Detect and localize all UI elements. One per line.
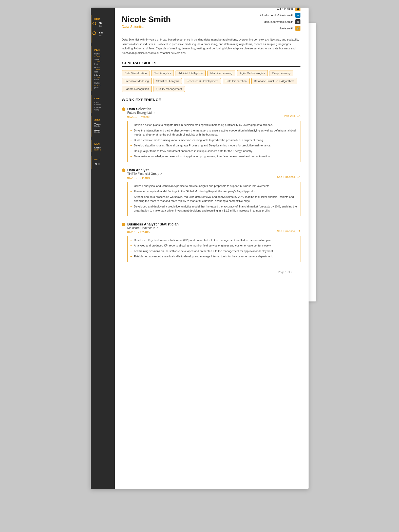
job-location-3: San Francisco, CA [277, 230, 300, 233]
skills-title: GENERAL SKILLS [122, 61, 300, 67]
job-bullets-2: Utilized analytical and technical expert… [127, 182, 300, 216]
job-company-2: THETA Financial Group ↗ [127, 172, 300, 176]
website-icon: 🔗 [295, 26, 300, 31]
skills-section: GENERAL SKILLS Data Visualization Text A… [122, 61, 300, 92]
phone-text: 123 444 5555 [276, 8, 293, 10]
per-item-1: Statist– Predi [94, 53, 112, 57]
org-role-2: Membe [94, 131, 112, 133]
skill-text-analytics: Text Analytics [151, 70, 174, 76]
sidebar-cert-section: CER Certifi Succes EssentiComp [91, 95, 115, 113]
job-item-3: Business Analyst / Statistician Maxicare… [122, 222, 300, 262]
sidebar-edu-title: EDU [94, 18, 112, 20]
per-item-3: Merch– Builtreco [94, 66, 112, 73]
job-bullets-1: Develop action plans to mitigate risks i… [127, 121, 300, 162]
sidebar-edu-item-2: Bac SAI [94, 31, 112, 37]
sidebar-lang-section: LAN Englist Native o [91, 140, 115, 152]
sidebar-cert-title: CER [94, 97, 112, 100]
skill-artificial-intelligence: Artificial Intelligence [176, 70, 206, 76]
github-icon: ⊙ [295, 19, 300, 24]
job-meta-3: 04/2013 - 12/2015 San Francisco, CA [127, 231, 300, 234]
github-text: github.com/nicole.smith [264, 20, 294, 23]
skill-pattern-recognition: Pattern Recognition [122, 86, 152, 92]
job-bullet-1-3: Build predictive models using various ma… [130, 138, 297, 142]
per-item-4: Inform– Utilizbasic [94, 74, 112, 81]
linkedin-icon: in [295, 13, 300, 18]
sidebar-edu-section: EDU Ma SAI Bac SAI [91, 15, 115, 43]
website-text: nicole.smith [279, 27, 293, 30]
sidebar-per-section: PER Statist– Predi Variat– Devefrom Merc… [91, 46, 115, 91]
skill-machine-learning: Machine Learning [207, 70, 235, 76]
job-location-1: Palo Alto, CA [284, 114, 300, 117]
edu-degree-1: Ma [99, 22, 112, 24]
work-title: WORK EXPERIENCE [122, 98, 300, 103]
cert-item-1: Certifi [94, 101, 112, 104]
cert-item-2: Succes [94, 104, 112, 106]
job-meta-1: 05/2019 - Present Palo Alto, CA [127, 115, 300, 119]
company-link-icon-3: ↗ [156, 226, 158, 229]
org-name-1: Young [94, 123, 112, 125]
job-bullet-2-4: Developed and deployed a predictive anal… [130, 204, 297, 213]
job-bullet-3-3: Led training sessions on the software de… [130, 249, 297, 253]
skills-tags: Data Visualization Text Analytics Artifi… [122, 70, 300, 92]
org-name-2: Assoc [94, 129, 112, 131]
job-location-2: San Francisco, CA [277, 175, 300, 178]
skill-quality-management: Quality Management [154, 86, 185, 92]
org-role-1: Membe [94, 125, 112, 127]
company-name-1: Future Energy Ltd. [127, 111, 153, 115]
main-content: nicole@novoresume.com ✉ 123 444 5555 📱 l… [115, 8, 309, 489]
job-title-3: Business Analyst / Statistician [127, 222, 300, 226]
skill-data-preparation: Data Preparation [223, 78, 249, 84]
job-item-1: Data Scientist Future Energy Ltd. ↗ 05/2… [122, 107, 300, 162]
job-circle-2 [122, 168, 125, 172]
job-item-2: Data Analyst THETA Financial Group ↗ 01/… [122, 168, 300, 216]
job-title-1: Data Scientist [127, 107, 300, 111]
sidebar-edu-item-1: Ma SAI [94, 22, 112, 27]
job-circle-3 [122, 223, 125, 226]
skill-statistical-analysis: Statistical Analysis [154, 78, 182, 84]
job-meta-2: 01/2016 - 04/2019 San Francisco, CA [127, 176, 300, 180]
sidebar-int-section: INTI ⚙ M [91, 156, 115, 169]
summary-text: Data Scientist with 4+ years of broad-ba… [122, 37, 300, 55]
edu-school-1: SAI [99, 25, 112, 27]
job-company-1: Future Energy Ltd. ↗ [127, 111, 300, 115]
job-bullet-3-2: Analyzed and produced KPI reports allowi… [130, 243, 297, 248]
sidebar: EDU Ma SAI Bac SAI PER [91, 8, 115, 489]
contact-website: nicole.smith 🔗 [260, 26, 300, 31]
int-item-1: ⚙ M [94, 162, 112, 166]
org-item-2: Assoc Membe [94, 129, 112, 133]
linkedin-text: linkedin.com/in/nicole.smith [260, 14, 294, 17]
lang-level-1: Native o [94, 149, 112, 151]
work-section: WORK EXPERIENCE Data Scientist Future En… [122, 98, 300, 262]
job-title-2: Data Analyst [127, 168, 300, 172]
cert-item-3: EssentiComp [94, 106, 112, 111]
phone-icon: 📱 [295, 8, 300, 11]
sidebar-org-section: ORG Young Membe Assoc Membe [91, 116, 115, 137]
pages-wrapper: Page 2 of 2 EDU Ma SAI Bac SAI [91, 8, 309, 489]
int-label-1: M [99, 163, 100, 165]
edu-school-2: SAI [99, 34, 112, 37]
per-item-2: Variat– Devefrom [94, 58, 112, 65]
company-link-icon-1: ↗ [154, 111, 156, 114]
edu-circle-1 [92, 22, 96, 25]
org-item-1: Young Membe [94, 123, 112, 127]
edu-degree-2: Bac [99, 31, 112, 34]
job-bullet-1-6: Demonstrate knowledge and execution of a… [130, 154, 297, 159]
job-bullets-3: Developed Key Performance Indicators (KP… [127, 236, 300, 262]
skill-deep-learning: Deep Learning [270, 70, 293, 76]
skill-agile-methodologies: Agile Methodologies [237, 70, 268, 76]
header-area: nicole@novoresume.com ✉ 123 444 5555 📱 l… [122, 15, 300, 35]
page-number: Page 1 of 2 [122, 268, 300, 278]
contact-github: github.com/nicole.smith ⊙ [260, 19, 300, 24]
job-company-3: Maxicare Healthcare ↗ [127, 226, 300, 230]
job-bullet-2-3: Streamlined data processing workflows, r… [130, 195, 297, 203]
skill-data-visualization: Data Visualization [122, 70, 150, 76]
edu-circle-2 [92, 31, 96, 35]
sidebar-org-title: ORG [94, 119, 112, 121]
contact-linkedin: linkedin.com/in/nicole.smith in [260, 13, 300, 18]
company-name-2: THETA Financial Group [127, 172, 159, 176]
lang-name-1: Englist [94, 147, 112, 149]
company-link-icon-2: ↗ [160, 172, 162, 175]
per-item-5: Statist– Prediprovi [94, 82, 112, 89]
job-bullet-1-2: Drive the interaction and partnership be… [130, 128, 297, 137]
layout: EDU Ma SAI Bac SAI PER [91, 8, 309, 489]
